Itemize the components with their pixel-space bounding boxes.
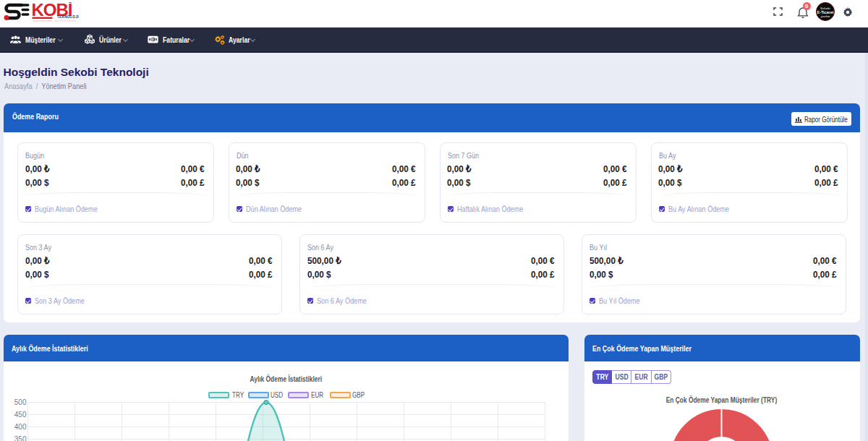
svg-text:450: 450	[14, 411, 27, 419]
svg-text:350: 350	[14, 435, 27, 441]
svg-text:400: 400	[14, 423, 27, 431]
svg-text:500: 500	[14, 398, 27, 406]
svg-text:TEKNOLOJİ: TEKNOLOJİ	[57, 14, 80, 19]
